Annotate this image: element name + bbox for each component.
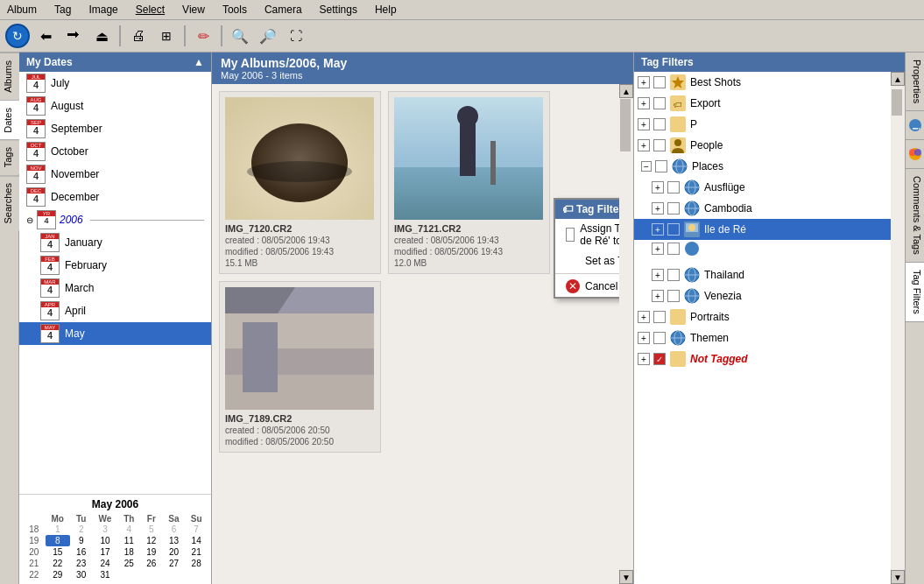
date-item-august[interactable]: AUG 4 August [19,95,211,117]
tab-comments-tags[interactable]: Comments & Tags [906,169,924,263]
cal-cell-4[interactable]: 4 [117,524,140,535]
scroll-up-arrow[interactable]: ▲ [619,84,633,98]
menu-image[interactable]: Image [85,2,121,18]
cal-cell-6[interactable]: 6 [163,524,186,535]
expand-ausfluege[interactable]: + [652,181,664,193]
menu-album[interactable]: Album [4,2,40,18]
menu-camera[interactable]: Camera [261,2,306,18]
expand-themen[interactable]: + [638,332,650,344]
toolbar-fullscreen[interactable]: ⛶ [284,24,308,48]
expand-thailand[interactable]: + [652,269,664,281]
expand-not-tagged[interactable]: + [638,353,650,365]
date-item-april[interactable]: APR 4 April [19,299,211,322]
cal-cell-9[interactable]: 9 [70,535,93,546]
scroll-thumb[interactable] [620,99,631,151]
tag-item-ile-de-re[interactable]: + Ile de Ré [634,219,891,240]
tab-tag-filters[interactable]: Tag Filters [906,263,924,322]
cal-cell-23[interactable]: 23 [70,558,93,569]
tag-item-export[interactable]: + 🏷 Export [634,93,891,114]
tag-item-venezia[interactable]: + Venezia [634,285,891,306]
expand-people[interactable]: + [638,139,650,151]
cal-cell-16[interactable]: 16 [70,546,93,558]
checkbox-thailand[interactable] [667,269,680,281]
context-menu-item-assign[interactable]: Assign Tag 'My Tags/Places/Ile de Ré' to… [555,219,619,250]
cal-cell-27[interactable]: 27 [163,558,186,569]
dates-panel-scrollup[interactable]: ▲ [194,56,204,68]
cal-cell-13[interactable]: 13 [163,535,186,546]
checkbox-more1[interactable] [667,243,680,255]
date-item-december[interactable]: DEC 4 December [19,186,211,208]
date-item-january[interactable]: JAN 4 January [19,231,211,254]
tab-metadata[interactable]: i [906,111,924,140]
tab-searches[interactable]: Searches [0,175,19,230]
expand-portraits[interactable]: + [638,311,650,323]
cal-cell-3[interactable]: 3 [92,524,117,535]
checkbox-p[interactable] [653,118,666,130]
cal-cell-15[interactable]: 15 [46,546,70,558]
cal-cell-2[interactable]: 2 [70,524,93,535]
toolbar-refresh[interactable]: ↻ [5,24,30,48]
expand-cambodia[interactable]: + [652,202,664,215]
toolbar-zoom-in[interactable]: 🔍 [228,24,252,48]
cal-cell-28[interactable]: 28 [185,558,208,569]
cal-cell-7[interactable]: 7 [185,524,208,535]
expand-p[interactable]: + [638,118,650,130]
context-menu-item-thumbnail[interactable]: Set as Tag Thumbnail [555,250,619,271]
tag-scroll-track[interactable] [891,86,905,570]
checkbox-export[interactable] [653,97,666,109]
tag-item-cambodia[interactable]: + Cambodia [634,198,891,219]
date-item-september[interactable]: SEP 4 September [19,117,211,140]
cal-cell-1[interactable]: 1 [46,524,70,535]
checkbox-people[interactable] [653,139,666,151]
cal-cell-31[interactable]: 31 [92,569,117,580]
cal-cell-26[interactable]: 26 [140,558,163,569]
toolbar-back[interactable]: ⬅ [33,24,58,48]
expand-places[interactable]: − [641,161,652,172]
cal-cell-25[interactable]: 25 [117,558,140,569]
photo-item-1[interactable]: IMG_7121.CR2 created : 08/05/2006 19:43 … [388,91,550,274]
tag-item-not-tagged[interactable]: + ✓ Not Tagged [634,348,891,369]
tab-properties[interactable]: Properties [906,53,924,111]
toolbar-eject[interactable]: ⏏ [89,24,114,48]
tag-scroll-up[interactable]: ▲ [891,72,905,86]
checkbox-ausfluege[interactable] [667,181,680,193]
context-menu-item-cancel[interactable]: ✕ Cancel [555,276,619,297]
menu-select[interactable]: Select [132,2,168,18]
expand-more1[interactable]: + [652,243,664,255]
tag-item-places[interactable]: − Places [634,156,891,177]
checkbox-places[interactable] [655,160,667,172]
cal-cell-5[interactable]: 5 [140,524,163,535]
menu-settings[interactable]: Settings [316,2,361,18]
date-item-october[interactable]: OCT 4 October [19,140,211,163]
checkbox-themen[interactable] [653,332,666,344]
cal-cell-24[interactable]: 24 [92,558,117,569]
tag-scroll-down[interactable]: ▼ [891,570,905,584]
date-item-march[interactable]: MAR 4 March [19,277,211,299]
year-expand[interactable]: ⊖ [26,215,33,225]
tag-item-more1[interactable]: + [634,240,891,257]
tag-item-themen[interactable]: + Themen [634,327,891,348]
photo-item-2[interactable]: IMG_7189.CR2 created : 08/05/2006 20:50 … [219,281,381,453]
toolbar-zoom-fit[interactable]: ⊞ [154,24,179,48]
menu-view[interactable]: View [179,2,208,18]
checkbox-best-shots[interactable] [653,76,666,88]
cal-cell-19[interactable]: 19 [140,546,163,558]
tab-dates[interactable]: Dates [0,100,19,140]
tag-item-people[interactable]: + People [634,135,891,156]
tab-albums[interactable]: Albums [0,53,19,100]
date-item-july[interactable]: JUL 4 July [19,72,211,95]
tag-item-p[interactable]: + P [634,114,891,135]
menu-tag[interactable]: Tag [51,2,74,18]
checkbox-portraits[interactable] [653,311,666,323]
scroll-track[interactable] [619,98,633,570]
menu-help[interactable]: Help [371,2,400,18]
tag-item-portraits[interactable]: + Portraits [634,306,891,327]
cal-cell-11[interactable]: 11 [117,535,140,546]
cal-cell-21[interactable]: 21 [185,546,208,558]
cal-cell-18[interactable]: 18 [117,546,140,558]
cal-cell-30[interactable]: 30 [70,569,93,580]
expand-ile-de-re[interactable]: + [652,223,664,236]
cal-cell-12[interactable]: 12 [140,535,163,546]
toolbar-print[interactable]: 🖨 [126,24,151,48]
scroll-down-arrow[interactable]: ▼ [619,570,633,584]
